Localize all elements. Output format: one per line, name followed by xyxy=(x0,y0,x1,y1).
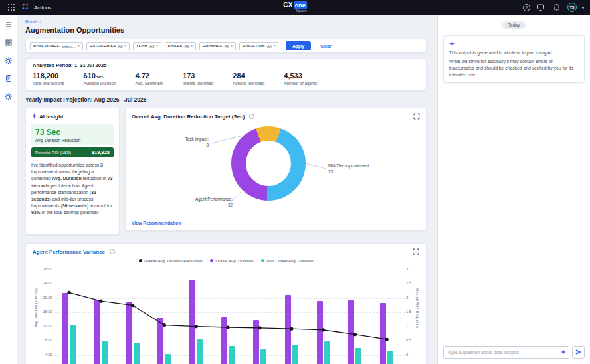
legend-dot xyxy=(210,259,213,262)
legend-outlier-duration[interactable]: Outlier Avg. Duration xyxy=(210,258,253,263)
filter-label: CHANNEL xyxy=(203,44,223,48)
nav-gear-icon[interactable] xyxy=(3,55,14,66)
stat-value: 4,533 xyxy=(284,72,302,80)
stat-avg-sentiment: 4.72 Avg. Sentiment xyxy=(126,72,173,86)
legend-dot xyxy=(261,259,264,262)
legend-label: Non Outlier Avg. Duration xyxy=(266,258,313,263)
ai-insight-card: AI Insight 73 Sec Avg. Duration Reductio… xyxy=(25,108,120,235)
cxone-logo: CX one Mpower xyxy=(283,1,307,13)
reduction-value: 73 Sec xyxy=(35,128,110,137)
stat-label: Total Interactions xyxy=(33,81,64,86)
info-icon[interactable]: i xyxy=(249,114,254,119)
actions-logo-icon xyxy=(21,3,29,12)
filter-bar: DATE RANGE select... ▾ CATEGORIES All ▾ … xyxy=(25,39,427,53)
stat-unit: sec xyxy=(96,74,104,79)
ai-disclaimer-card: This output is generated in whole or in … xyxy=(443,35,585,83)
nav-menu-icon[interactable] xyxy=(3,19,14,30)
nav-settings-icon[interactable] xyxy=(3,91,14,102)
info-icon[interactable]: i xyxy=(110,249,115,254)
chevron-down-icon: ▾ xyxy=(191,44,193,48)
analyzed-period-card: Analyzed Period: 1–31 Jul 2025 118,200 T… xyxy=(25,58,427,91)
filter-categories[interactable]: CATEGORIES All ▾ xyxy=(86,42,130,50)
filter-value: All xyxy=(267,44,272,48)
donut-label-mid-tier: Mid-Tier Improvement:33 xyxy=(328,163,401,175)
chevron-down-icon: ▾ xyxy=(156,44,158,48)
filter-direction[interactable]: DIRECTION All ▾ xyxy=(239,42,278,50)
filter-date-range[interactable]: DATE RANGE select... ▾ xyxy=(30,42,83,50)
variance-title: Agent Performance Variance xyxy=(33,249,105,255)
apply-button[interactable]: Apply xyxy=(286,41,311,50)
stat-actions-identified: 284 Actions Identified xyxy=(223,72,274,86)
logo-mpower-text: Mpower xyxy=(296,10,307,13)
chevron-down-icon: ▾ xyxy=(231,44,233,48)
ai-insight-title: AI Insight xyxy=(39,114,63,120)
avatar[interactable]: TS xyxy=(567,3,577,12)
app-launcher-icon[interactable] xyxy=(6,2,17,13)
send-icon xyxy=(575,347,582,357)
donut-label-task-impact: Task Impact:8 xyxy=(150,137,209,148)
stat-label: Average Duration xyxy=(84,81,116,86)
chevron-down-icon: ▾ xyxy=(274,44,276,48)
legend-non-outlier-duration[interactable]: Non Outlier Avg. Duration xyxy=(261,258,313,263)
view-recommendation-link[interactable]: View Recommendation xyxy=(132,221,181,225)
stat-value: 173 xyxy=(183,72,195,80)
expand-icon[interactable] xyxy=(413,248,419,255)
clear-button[interactable]: Clear xyxy=(320,44,331,48)
stat-total-interactions: 118,200 Total Interactions xyxy=(33,72,74,86)
legend-overall-reduction[interactable]: Overall Avg. Duration Reduction xyxy=(139,258,203,263)
filter-value: select... xyxy=(62,44,76,48)
filter-value: All xyxy=(185,44,189,48)
stat-label: Number of agents xyxy=(284,81,317,86)
legend-dot xyxy=(139,259,142,262)
stat-intents-identified: 173 Intents Identified xyxy=(173,72,223,86)
y-axis-label-left: Avg Duration (MM:SS) xyxy=(34,288,38,327)
stats-row: 118,200 Total Interactions 610sec Averag… xyxy=(33,72,419,86)
stat-label: Intents Identified xyxy=(183,81,213,86)
filter-team[interactable]: TEAM All ▾ xyxy=(133,42,161,50)
filter-skills[interactable]: SKILLS All ▾ xyxy=(165,42,196,50)
projection-heading: Yearly Impact Projection: Aug 2025 - Jul… xyxy=(25,96,427,103)
filter-value: All xyxy=(149,44,154,48)
nav-dashboard-icon[interactable] xyxy=(3,37,14,48)
ai-assistant-panel: Today This output is generated in whole … xyxy=(437,15,590,364)
expand-icon[interactable] xyxy=(413,113,420,120)
send-button[interactable] xyxy=(572,346,585,359)
sparkle-icon xyxy=(31,113,37,120)
logo-one-badge: one xyxy=(294,1,307,9)
sparkle-icon xyxy=(449,42,455,48)
breadcrumb-separator: › xyxy=(39,19,41,24)
monitor-icon[interactable] xyxy=(536,2,546,13)
page-title: Augmentation Opportunities xyxy=(25,26,427,34)
variance-chart: Avg Duration (MM:SS) Overall AHT Reducti… xyxy=(33,270,419,364)
disclaimer-line-2: While we strive for accuracy it may cont… xyxy=(449,58,579,78)
stat-value: 610 xyxy=(84,72,96,80)
chat-input-row xyxy=(443,346,585,359)
donut-hole xyxy=(246,141,291,186)
variance-plot: 28:0024:0020:0016:0012:008:004:0032.521.… xyxy=(55,270,405,364)
stat-label: Actions Identified xyxy=(233,81,264,86)
main-content: Home › Augmentation Opportunities DATE R… xyxy=(17,15,437,364)
agent-performance-variance-card: Agent Performance Variance i Overall Avg… xyxy=(25,243,427,364)
filter-label: CATEGORIES xyxy=(90,44,116,48)
notifications-bell-icon[interactable] xyxy=(551,2,562,13)
y-axis-label-right: Overall AHT Reduction xyxy=(415,288,419,328)
logo-cx-text: CX xyxy=(283,2,293,9)
stat-label: Avg. Sentiment xyxy=(136,81,164,86)
filter-label: TEAM xyxy=(136,44,148,48)
chat-input[interactable] xyxy=(443,346,569,359)
breadcrumb-home-link[interactable]: Home xyxy=(25,19,37,24)
variance-line-svg xyxy=(55,270,405,364)
duration-target-card: Overall Avg. Duration Reduction Target (… xyxy=(125,108,427,231)
reduction-highlight: 73 Sec Avg. Duration Reduction xyxy=(31,124,114,145)
disclaimer-line-1: This output is generated in whole or in … xyxy=(449,50,579,56)
chevron-down-icon[interactable]: ▾ xyxy=(582,5,584,10)
filter-channel[interactable]: CHANNEL All ▾ xyxy=(199,42,236,50)
topbar: Actions CX one Mpower ? TS ▾ xyxy=(0,0,590,15)
help-icon[interactable]: ? xyxy=(523,4,530,11)
donut-chart: Task Impact:8 Mid-Tier Improvement:33 Ag… xyxy=(132,121,420,219)
filter-value: All xyxy=(118,44,123,48)
roi-label: Potential ROI (USD) xyxy=(35,151,71,155)
nav-report-icon[interactable] xyxy=(3,73,14,84)
app-name[interactable]: Actions xyxy=(34,5,51,11)
reduction-label: Avg. Duration Reduction xyxy=(35,138,110,143)
